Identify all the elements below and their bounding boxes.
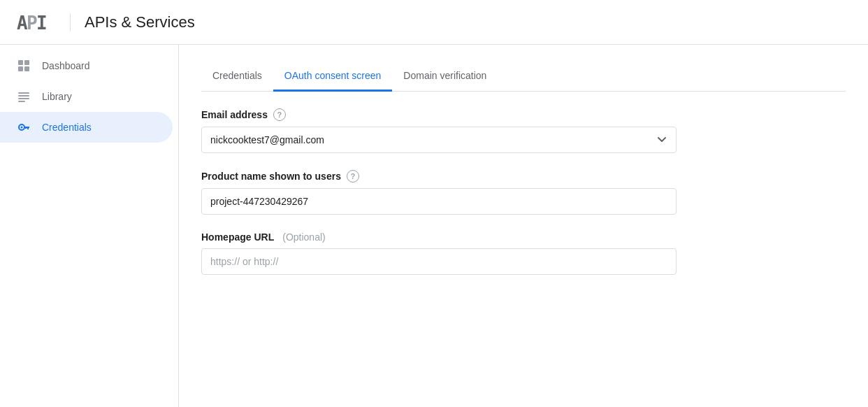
svg-rect-10 bbox=[18, 101, 25, 102]
sidebar-item-library-label: Library bbox=[42, 91, 72, 102]
homepage-url-input[interactable] bbox=[201, 248, 677, 275]
sidebar: Dashboard Library bbox=[0, 45, 179, 407]
svg-text:I: I bbox=[36, 13, 48, 34]
dashboard-icon bbox=[17, 59, 31, 73]
form-section: Email address ? nickcooktest7@gmail.com … bbox=[201, 92, 846, 308]
tab-credentials[interactable]: Credentials bbox=[201, 62, 273, 92]
product-name-form-group: Product name shown to users ? bbox=[201, 170, 846, 215]
svg-rect-9 bbox=[18, 98, 29, 99]
email-help-icon[interactable]: ? bbox=[273, 108, 286, 121]
sidebar-item-credentials[interactable]: Credentials bbox=[0, 112, 173, 143]
svg-rect-6 bbox=[24, 66, 29, 71]
homepage-url-optional: (Optional) bbox=[282, 231, 325, 243]
svg-rect-4 bbox=[24, 60, 29, 65]
header-app-name: APIs & Services bbox=[70, 13, 195, 31]
svg-rect-5 bbox=[18, 66, 23, 71]
main-layout: Dashboard Library bbox=[0, 45, 868, 407]
library-icon bbox=[17, 90, 31, 103]
sidebar-item-dashboard[interactable]: Dashboard bbox=[0, 50, 173, 81]
homepage-url-label: Homepage URL (Optional) bbox=[201, 231, 846, 243]
sidebar-item-credentials-label: Credentials bbox=[42, 122, 92, 133]
credentials-icon bbox=[17, 120, 31, 134]
tab-domain[interactable]: Domain verification bbox=[392, 62, 498, 92]
tab-oauth[interactable]: OAuth consent screen bbox=[273, 62, 393, 92]
product-name-input[interactable] bbox=[201, 188, 677, 215]
main-content: Credentials OAuth consent screen Domain … bbox=[179, 45, 868, 407]
sidebar-item-library[interactable]: Library bbox=[0, 81, 173, 112]
email-form-group: Email address ? nickcooktest7@gmail.com bbox=[201, 108, 846, 153]
svg-rect-3 bbox=[18, 60, 23, 65]
email-select-wrapper: nickcooktest7@gmail.com bbox=[201, 127, 677, 153]
api-logo: A P I APIs & Services bbox=[17, 10, 195, 35]
top-header: A P I APIs & Services bbox=[0, 0, 868, 45]
svg-rect-8 bbox=[18, 95, 29, 97]
svg-point-12 bbox=[21, 127, 23, 129]
email-select[interactable]: nickcooktest7@gmail.com bbox=[201, 127, 677, 153]
svg-rect-7 bbox=[18, 92, 29, 94]
api-logo-text: A P I bbox=[17, 10, 48, 35]
product-name-label: Product name shown to users ? bbox=[201, 170, 846, 183]
email-label: Email address ? bbox=[201, 108, 846, 121]
homepage-url-form-group: Homepage URL (Optional) bbox=[201, 231, 846, 275]
tabs: Credentials OAuth consent screen Domain … bbox=[201, 62, 846, 92]
sidebar-item-dashboard-label: Dashboard bbox=[42, 60, 90, 71]
product-name-help-icon[interactable]: ? bbox=[347, 170, 359, 183]
